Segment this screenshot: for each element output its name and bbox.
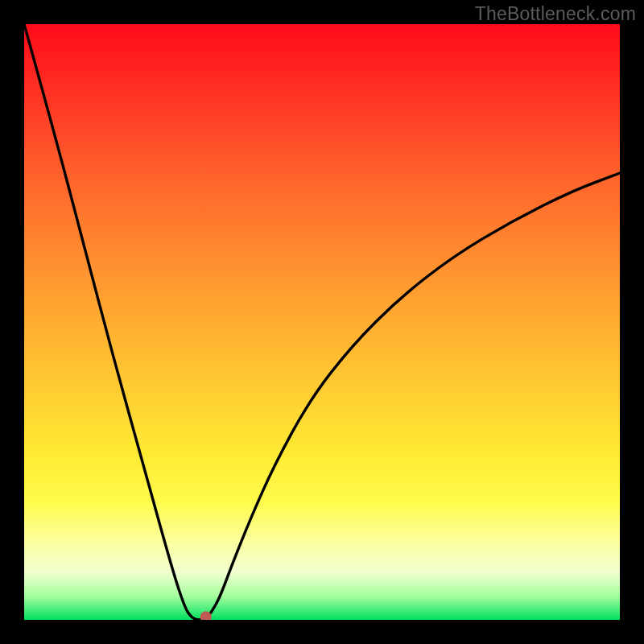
chart-frame: TheBottleneck.com	[0, 0, 644, 644]
plot-area	[24, 24, 620, 620]
watermark-text: TheBottleneck.com	[475, 3, 636, 25]
chart-svg	[24, 24, 620, 620]
bottleneck-curve	[24, 24, 620, 620]
